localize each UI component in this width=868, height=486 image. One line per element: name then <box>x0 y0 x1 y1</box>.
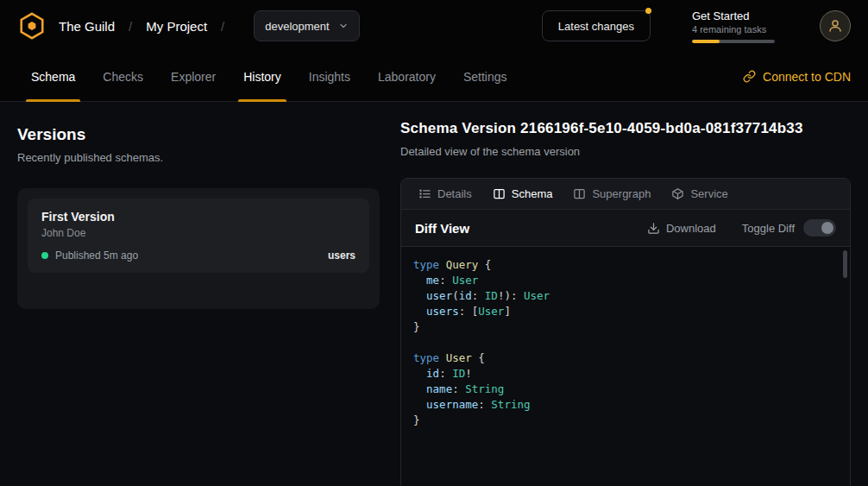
code-line: type User { <box>413 350 838 366</box>
detail-tabs: DetailsSchemaSupergraphService <box>401 179 850 210</box>
code-line: users: [User] <box>413 304 838 319</box>
version-service-badge: users <box>328 249 355 262</box>
code-line: me: User <box>413 273 838 288</box>
code-line <box>413 335 838 350</box>
toggle-diff-label: Toggle Diff <box>742 222 795 235</box>
tab-schema[interactable]: Schema <box>17 52 89 101</box>
detail-tab-details[interactable]: Details <box>408 179 482 209</box>
notification-dot <box>645 8 651 14</box>
tab-checks[interactable]: Checks <box>89 52 157 101</box>
detail-tab-label: Supergraph <box>592 187 651 200</box>
toggle-diff-switch[interactable] <box>803 219 836 237</box>
tab-laboratory[interactable]: Laboratory <box>364 52 450 101</box>
columns-icon <box>493 187 506 200</box>
version-footer: Published 5m agousers <box>41 249 355 262</box>
link-icon <box>743 70 756 83</box>
main-nav: SchemaChecksExplorerHistoryInsightsLabor… <box>0 52 868 102</box>
versions-section: Versions Recently published schemas. Fir… <box>17 102 380 309</box>
breadcrumb-project[interactable]: My Project <box>146 19 207 34</box>
latest-changes-label: Latest changes <box>558 20 634 33</box>
detail-tab-schema[interactable]: Schema <box>482 179 563 209</box>
download-label: Download <box>666 222 716 235</box>
scrollbar[interactable] <box>843 250 847 278</box>
tab-settings[interactable]: Settings <box>450 52 521 101</box>
code-line: } <box>413 413 838 428</box>
tab-explorer[interactable]: Explorer <box>157 52 230 101</box>
get-started-progress-bar <box>692 40 775 43</box>
detail-tab-label: Service <box>690 187 727 200</box>
download-button[interactable]: Download <box>647 222 716 235</box>
detail-tab-label: Details <box>437 187 472 200</box>
versions-title: Versions <box>17 125 380 144</box>
target-select[interactable]: development <box>254 10 359 41</box>
columns-icon <box>573 187 586 200</box>
connect-cdn-label: Connect to CDN <box>763 70 851 84</box>
user-avatar[interactable] <box>820 10 851 41</box>
detail-tab-supergraph[interactable]: Supergraph <box>563 179 661 209</box>
schema-code-viewer: type Query { me: User user(id: ID!): Use… <box>401 246 850 486</box>
version-detail-panel: DetailsSchemaSupergraphService Diff View… <box>400 178 851 486</box>
hive-logo-icon[interactable] <box>17 11 47 41</box>
detail-tab-label: Schema <box>512 187 553 200</box>
target-select-value: development <box>265 20 329 33</box>
cube-icon <box>671 187 684 200</box>
code-line: username: String <box>413 397 838 413</box>
top-header: The Guild / My Project / development Lat… <box>0 0 868 52</box>
code-line: } <box>413 319 838 335</box>
versions-subtitle: Recently published schemas. <box>17 151 380 164</box>
code-line: user(id: ID!): User <box>413 288 838 304</box>
detail-tab-service[interactable]: Service <box>661 179 738 209</box>
progress-fill <box>692 40 720 43</box>
published-dot-icon <box>41 252 48 259</box>
list-icon <box>418 187 431 200</box>
code-line: id: ID! <box>413 366 838 382</box>
breadcrumb-separator: / <box>129 19 132 34</box>
tab-history[interactable]: History <box>230 52 295 101</box>
download-icon <box>647 222 660 235</box>
latest-changes-button[interactable]: Latest changes <box>542 10 651 41</box>
version-name: First Version <box>41 210 355 224</box>
version-detail-section: Schema Version 2166196f-5e10-4059-bd0a-0… <box>400 102 851 486</box>
versions-list: First VersionJohn DoePublished 5m agouse… <box>17 188 380 309</box>
version-detail-subtitle: Detailed view of the schema version <box>400 145 851 158</box>
version-status: Published 5m ago <box>55 249 138 262</box>
version-list-item[interactable]: First VersionJohn DoePublished 5m agouse… <box>28 199 369 273</box>
nav-tabs: SchemaChecksExplorerHistoryInsightsLabor… <box>17 52 521 101</box>
get-started-title: Get Started <box>692 9 775 22</box>
code-line: name: String <box>413 382 838 397</box>
version-detail-title: Schema Version 2166196f-5e10-4059-bd0a-0… <box>400 120 851 137</box>
code-lines: type Query { me: User user(id: ID!): Use… <box>413 257 838 428</box>
diff-header: Diff View Download Toggle Diff <box>401 210 850 246</box>
person-icon <box>827 18 843 34</box>
version-author: John Doe <box>41 227 355 239</box>
toggle-knob <box>821 222 833 234</box>
code-line: type Query { <box>413 257 838 273</box>
diff-view-title: Diff View <box>415 221 469 236</box>
get-started-widget[interactable]: Get Started 4 remaining tasks <box>692 9 775 43</box>
breadcrumb-separator: / <box>221 19 224 34</box>
chevron-down-icon <box>338 21 349 31</box>
breadcrumb-org[interactable]: The Guild <box>59 19 115 34</box>
tab-insights[interactable]: Insights <box>295 52 364 101</box>
get-started-subtitle: 4 remaining tasks <box>692 24 775 35</box>
connect-to-cdn-button[interactable]: Connect to CDN <box>743 52 851 101</box>
